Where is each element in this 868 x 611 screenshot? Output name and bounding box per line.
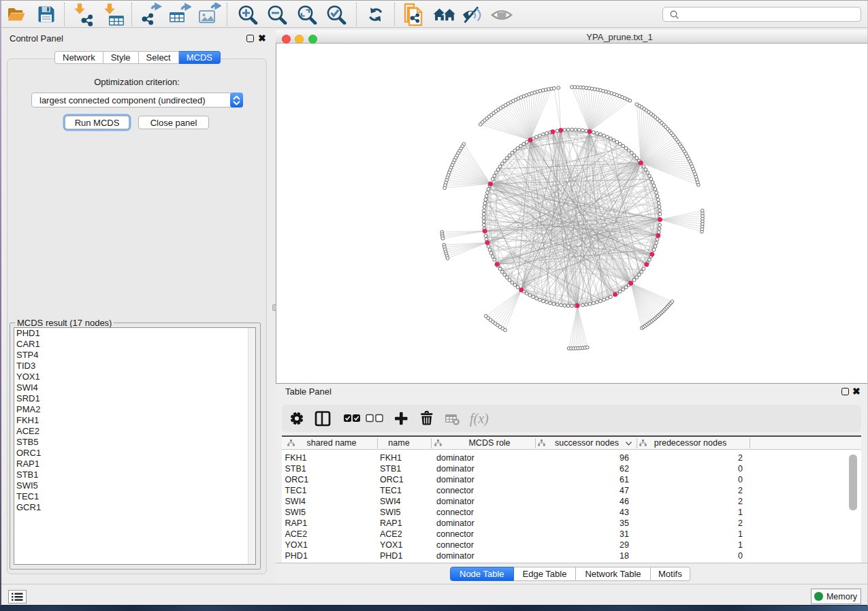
svg-text:f(x): f(x) <box>470 411 489 427</box>
